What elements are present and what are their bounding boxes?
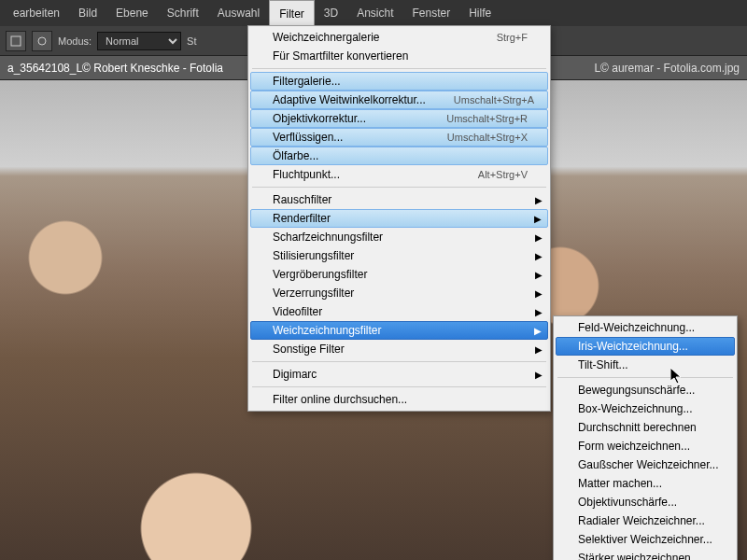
menu-item-label: Bewegungsunschärfe... [578,384,695,397]
menu-item-label: Weichzeichnungsfilter [273,324,382,337]
filter-menu-item[interactable]: Für Smartfilter konvertieren [250,47,548,65]
menu-item-label: Stilisierungsfilter [273,249,354,262]
menu-item-label: Ölfarbe... [273,149,318,162]
menu-item-label: Sonstige Filter [273,343,345,356]
menu-item-label: Gaußscher Weichzeichner... [578,458,719,471]
blur-submenu-item[interactable]: Gaußscher Weichzeichner... [556,455,735,474]
filter-menu-item[interactable]: Renderfilter▶ [250,209,548,228]
menu-item-shortcut: Umschalt+Strg+A [454,94,534,105]
menubar-item-earbeiten[interactable]: earbeiten [4,0,69,26]
filter-menu-item[interactable]: Filtergalerie... [250,72,548,91]
submenu-arrow-icon: ▶ [535,251,543,261]
menu-item-label: Selektiver Weichzeichner... [578,533,712,546]
filter-menu-item[interactable]: Videofilter▶ [250,302,548,321]
submenu-arrow-icon: ▶ [535,195,543,205]
blur-submenu-item[interactable]: Matter machen... [556,474,735,493]
menu-item-label: Iris-Weichzeichnung... [578,340,688,353]
blur-submenu-item[interactable]: Objektivunschärfe... [556,493,735,511]
menu-item-label: Videofilter [273,305,322,318]
menu-item-label: Verzerrungsfilter [273,287,354,300]
menubar-item-3d[interactable]: 3D [315,0,347,26]
menu-item-label: Vergröberungsfilter [273,268,367,281]
filter-menu-separator [252,187,546,188]
menu-item-label: Filtergalerie... [273,75,341,88]
filter-menu: WeichzeichnergalerieStrg+FFür Smartfilte… [247,25,551,412]
submenu-arrow-icon: ▶ [534,214,542,224]
blur-submenu-item[interactable]: Box-Weichzeichnung... [556,399,735,418]
tab-document-1[interactable]: a_35642108_L© Robert Kneschke - Fotolia [7,62,223,75]
menubar-item-filter[interactable]: Filter [269,0,315,26]
menu-item-label: Scharfzeichnungsfilter [273,231,383,244]
modus-select[interactable]: Normal [97,32,181,50]
filter-menu-separator [252,68,546,69]
menubar: earbeitenBildEbeneSchriftAuswahlFilter3D… [0,0,747,26]
blur-submenu-item[interactable]: Bewegungsunschärfe... [556,381,735,399]
filter-menu-item[interactable]: Fluchtpunkt...Alt+Strg+V [250,165,548,184]
menu-item-label: Tilt-Shift... [578,358,628,371]
tab-document-2[interactable]: L© auremar - Fotolia.com.jpg [594,62,740,75]
filter-menu-item[interactable]: Verflüssigen...Umschalt+Strg+X [250,128,548,147]
svg-rect-0 [11,36,21,46]
blur-submenu-item[interactable]: Feld-Weichzeichnung... [556,318,735,337]
menu-item-label: Feld-Weichzeichnung... [578,321,695,334]
filter-menu-item[interactable]: Digimarc▶ [250,365,548,384]
menubar-item-auswahl[interactable]: Auswahl [208,0,269,26]
submenu-arrow-icon: ▶ [535,270,543,280]
filter-menu-item[interactable]: Sonstige Filter▶ [250,340,548,358]
filter-menu-item[interactable]: Rauschfilter▶ [250,190,548,209]
menu-item-label: Filter online durchsuchen... [273,393,407,406]
blur-submenu-item[interactable]: Radialer Weichzeichner... [556,511,735,530]
menubar-item-ansicht[interactable]: Ansicht [347,0,402,26]
menu-item-shortcut: Umschalt+Strg+X [447,132,528,143]
menu-item-shortcut: Umschalt+Strg+R [446,113,528,124]
menubar-item-hilfe[interactable]: Hilfe [459,0,500,26]
submenu-arrow-icon: ▶ [534,326,542,336]
filter-menu-item[interactable]: Adaptive Weitwinkelkorrektur...Umschalt+… [250,91,548,109]
menubar-item-bild[interactable]: Bild [69,0,106,26]
blur-submenu-item[interactable]: Form weichzeichnen... [556,437,735,455]
menu-item-label: Box-Weichzeichnung... [578,402,693,415]
blur-submenu-item[interactable]: Stärker weichzeichnen [556,549,735,560]
filter-menu-item[interactable]: Stilisierungsfilter▶ [250,246,548,265]
submenu-arrow-icon: ▶ [535,344,543,355]
menu-item-label: Verflüssigen... [273,131,343,144]
filter-menu-item[interactable]: Weichzeichnungsfilter▶ [250,321,548,340]
filter-menu-item[interactable]: WeichzeichnergalerieStrg+F [250,28,548,47]
menu-item-shortcut: Strg+F [497,32,528,43]
submenu-arrow-icon: ▶ [535,288,543,299]
blur-submenu-item[interactable]: Iris-Weichzeichnung... [556,337,735,356]
menubar-item-ebene[interactable]: Ebene [106,0,158,26]
menu-item-label: Stärker weichzeichnen [578,552,691,560]
tool-preset-icon[interactable] [32,31,52,51]
menu-item-label: Durchschnitt berechnen [578,421,697,434]
filter-menu-item[interactable]: Vergröberungsfilter▶ [250,265,548,284]
menu-item-label: Form weichzeichnen... [578,440,690,453]
menu-item-label: Weichzeichnergalerie [273,31,380,44]
filter-menu-item[interactable]: Scharfzeichnungsfilter▶ [250,228,548,246]
tool-icon[interactable] [6,31,26,51]
filter-menu-item[interactable]: Filter online durchsuchen... [250,390,548,409]
menubar-item-schrift[interactable]: Schrift [158,0,208,26]
filter-menu-item[interactable]: Verzerrungsfilter▶ [250,284,548,302]
blur-submenu-item[interactable]: Selektiver Weichzeichner... [556,530,735,549]
menu-item-label: Matter machen... [578,477,662,490]
submenu-arrow-icon: ▶ [535,307,543,317]
submenu-arrow-icon: ▶ [535,232,543,243]
filter-menu-separator [252,361,546,362]
menubar-item-fenster[interactable]: Fenster [403,0,460,26]
menu-item-label: Renderfilter [273,212,331,225]
menu-item-label: Objektivunschärfe... [578,496,677,509]
menu-item-shortcut: Alt+Strg+V [478,169,528,180]
blur-submenu-item[interactable]: Durchschnitt berechnen [556,418,735,437]
filter-menu-item[interactable]: Ölfarbe... [250,147,548,165]
menu-item-label: Fluchtpunkt... [273,168,340,181]
blur-submenu-item[interactable]: Tilt-Shift... [556,356,735,374]
blur-submenu-separator [557,377,733,378]
menu-item-label: Für Smartfilter konvertieren [273,49,408,63]
menu-item-label: Objektivkorrektur... [273,112,366,125]
filter-menu-item[interactable]: Objektivkorrektur...Umschalt+Strg+R [250,109,548,128]
svg-point-1 [38,37,46,45]
menu-item-label: Digimarc [273,368,317,381]
blur-submenu: Feld-Weichzeichnung...Iris-Weichzeichnun… [553,315,738,560]
menu-item-label: Adaptive Weitwinkelkorrektur... [273,93,426,106]
